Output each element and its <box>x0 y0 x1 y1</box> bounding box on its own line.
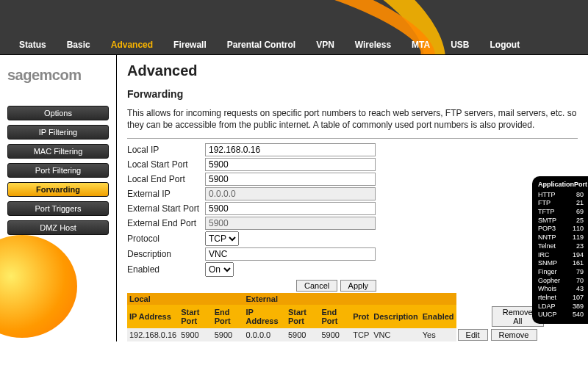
nav-wireless[interactable]: Wireless <box>355 40 391 50</box>
forwarding-table: Local External IP Address Start Port End… <box>127 293 546 341</box>
sidebar-item-mac-filtering[interactable]: MAC Filtering <box>7 144 109 159</box>
cell-local-ep: 5900 <box>212 328 244 341</box>
input-local-ip[interactable] <box>205 143 376 156</box>
cell-desc: VNC <box>371 328 420 341</box>
th-local-ep: End Port <box>212 305 244 328</box>
label-enabled: Enabled <box>127 264 205 275</box>
nav-vpn[interactable]: VPN <box>316 40 334 50</box>
th-local-sp: Start Port <box>179 305 212 328</box>
cell-local-ip: 192.168.0.16 <box>127 328 179 341</box>
label-local-end-port: Local End Port <box>127 174 205 184</box>
input-description[interactable] <box>205 247 376 261</box>
label-external-ip: External IP <box>127 189 205 199</box>
select-enabled[interactable]: On <box>205 262 234 277</box>
nav-basic[interactable]: Basic <box>67 40 90 50</box>
sidebar-item-ip-filtering[interactable]: IP Filtering <box>7 125 109 140</box>
cell-ext-sp: 5900 <box>286 328 320 341</box>
input-external-start-port[interactable] <box>205 202 376 215</box>
apply-button[interactable]: Apply <box>340 280 377 292</box>
nav-mta[interactable]: MTA <box>412 40 430 50</box>
sidebar-item-port-filtering[interactable]: Port Filtering <box>7 163 109 178</box>
page-subtitle: Forwarding <box>127 88 578 100</box>
label-external-end-port: External End Port <box>127 218 205 228</box>
sidebar-item-port-triggers[interactable]: Port Triggers <box>7 201 109 216</box>
edit-button[interactable]: Edit <box>458 329 488 341</box>
nav-parental-control[interactable]: Parental Control <box>227 40 295 50</box>
label-local-ip: Local IP <box>127 145 205 155</box>
nav-advanced[interactable]: Advanced <box>111 40 153 50</box>
cell-enabled: Yes <box>420 328 456 341</box>
input-external-ip <box>205 187 376 200</box>
nav-logout[interactable]: Logout <box>490 40 520 50</box>
top-banner: Status Basic Advanced Firewall Parental … <box>0 0 588 54</box>
portref-head-port: Port <box>574 181 587 189</box>
select-protocol[interactable]: TCP <box>205 231 239 246</box>
th-local-group: Local <box>127 293 244 305</box>
th-prot: Prot <box>351 305 371 328</box>
port-reference-box: Application Port HTTP80 FTP21 TFTP69 SMT… <box>532 176 588 324</box>
portref-head-app: Application <box>538 181 574 189</box>
brand-logo: sagemcom <box>7 67 109 84</box>
top-nav: Status Basic Advanced Firewall Parental … <box>0 40 588 50</box>
remove-button[interactable]: Remove <box>491 329 537 341</box>
input-local-start-port[interactable] <box>205 158 376 171</box>
intro-text: This allows for incoming requests on spe… <box>127 107 578 131</box>
label-external-start-port: External Start Port <box>127 203 205 214</box>
sidebar: sagemcom Options IP Filtering MAC Filter… <box>0 55 116 341</box>
cell-prot: TCP <box>351 328 371 341</box>
label-description: Description <box>127 249 205 259</box>
nav-firewall[interactable]: Firewall <box>173 40 207 50</box>
label-local-start-port: Local Start Port <box>127 159 205 170</box>
decorative-blob <box>0 235 77 338</box>
input-external-end-port <box>205 217 376 230</box>
table-row: 192.168.0.16 5900 5900 0.0.0.0 5900 5900… <box>127 328 546 341</box>
th-desc: Description <box>371 305 420 328</box>
th-local-ip: IP Address <box>127 305 179 328</box>
th-ext-ip: IP Address <box>244 305 286 328</box>
sidebar-item-forwarding[interactable]: Forwarding <box>7 182 109 197</box>
th-ext-sp: Start Port <box>286 305 320 328</box>
cell-ext-ep: 5900 <box>319 328 351 341</box>
th-external-group: External <box>244 293 351 305</box>
section-divider <box>127 138 578 139</box>
nav-usb[interactable]: USB <box>451 40 469 50</box>
input-local-end-port[interactable] <box>205 173 376 186</box>
th-ext-ep: End Port <box>319 305 351 328</box>
nav-status[interactable]: Status <box>19 40 46 50</box>
sidebar-item-options[interactable]: Options <box>7 106 109 120</box>
page-title: Advanced <box>127 62 578 79</box>
main-content: Advanced Forwarding This allows for inco… <box>117 55 588 341</box>
cell-ext-ip: 0.0.0.0 <box>244 328 286 341</box>
cell-local-sp: 5900 <box>179 328 212 341</box>
cancel-button[interactable]: Cancel <box>296 280 337 292</box>
label-protocol: Protocol <box>127 234 205 244</box>
th-enabled: Enabled <box>420 305 456 328</box>
sidebar-item-dmz-host[interactable]: DMZ Host <box>7 220 109 235</box>
